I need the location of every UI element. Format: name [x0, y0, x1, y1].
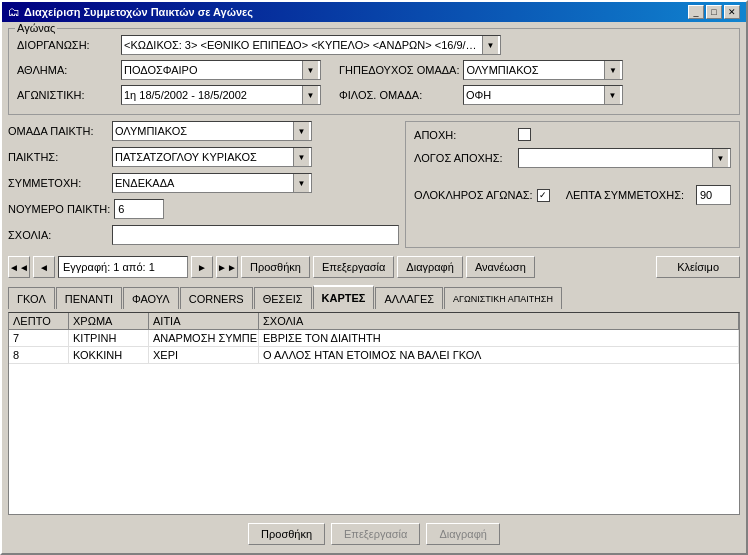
col-lepto: ΛΕΠΤΟ [9, 313, 69, 329]
omada-combo[interactable]: ΟΛΥΜΠΙΑΚΟΣ ▼ [112, 121, 312, 141]
diorgan-value: <ΚΩΔΙΚΟΣ: 3> <ΕΘΝΙΚΟ ΕΠΙΠΕΔΟ> <ΚΥΠΕΛΟ> <… [124, 39, 482, 51]
symmetoxi-combo[interactable]: ΕΝΔΕΚΑΔΑ ▼ [112, 173, 312, 193]
tab-agonistiki[interactable]: ΑΓΩΝΙΣΤΙΚΗ ΑΠΑΙΤΗΣΗ [444, 287, 562, 309]
symmetoxi-label: ΣΥΜΜΕΤΟΧΗ: [8, 177, 108, 189]
sxolia-row: ΣΧΟΛΙΑ: [8, 225, 399, 245]
filos-arrow[interactable]: ▼ [604, 86, 620, 104]
add-bottom-button[interactable]: Προσθήκη [248, 523, 325, 545]
olokliros-label: ΟΛΟΚΛΗΡΟΣ ΑΓΩΝΑΣ: [414, 189, 533, 201]
filos-value: ΟΦΗ [466, 89, 604, 101]
title-bar-buttons: _ □ ✕ [688, 5, 740, 19]
delete-bottom-button[interactable]: Διαγραφή [426, 523, 500, 545]
table-body: 7 ΚΙΤΡΙΝΗ ΑΝΑΡΜΟΣΗ ΣΥΜΠΕ... ΕΒΡΙΣΕ ΤΟΝ Δ… [9, 330, 739, 514]
first-button[interactable]: ◄◄ [8, 256, 30, 278]
row2-sxolia: Ο ΑΛΛΟΣ ΗΤΑΝ ΕΤΟΙΜΟΣ ΝΑ ΒΑΛΕΙ ΓΚΟΛ [259, 347, 739, 363]
olokliros-row: ΟΛΟΚΛΗΡΟΣ ΑΓΩΝΑΣ: ✓ ΛΕΠΤΑ ΣΥΜΜΕΤΟΧΗΣ: 90 [414, 185, 731, 205]
tab-faoul[interactable]: ΦΑΟΥΛ [123, 287, 179, 309]
paiktes-arrow[interactable]: ▼ [293, 148, 309, 166]
window-content: Αγώνας ΔΙΟΡΓΑΝΩΣΗ: <ΚΩΔΙΚΟΣ: 3> <ΕΘΝΙΚΟ … [2, 22, 746, 553]
symmetoxi-arrow[interactable]: ▼ [293, 174, 309, 192]
tab-theseis[interactable]: ΘΕΣΕΙΣ [254, 287, 312, 309]
apoxi-label: ΑΠΟΧΗ: [414, 129, 514, 141]
sxolia-input[interactable] [112, 225, 399, 245]
apoxi-row: ΑΠΟΧΗ: [414, 128, 731, 141]
logos-row: ΛΟΓΟΣ ΑΠΟΧΗΣ: ▼ [414, 148, 731, 168]
lepta-label: ΛΕΠΤΑ ΣΥΜΜΕΤΟΧΗΣ: [566, 189, 684, 201]
agonistiki-label: ΑΓΩΝΙΣΤΙΚΗ: [17, 89, 117, 101]
row2-aitia: ΧΕΡΙ [149, 347, 259, 363]
close-button[interactable]: ✕ [724, 5, 740, 19]
omada-arrow[interactable]: ▼ [293, 122, 309, 140]
paiktes-combo[interactable]: ΠΑΤΣΑΤΖΟΓΛΟΥ ΚΥΡΙΑΚΟΣ ▼ [112, 147, 312, 167]
row2-lepto: 8 [9, 347, 69, 363]
tab-gkol[interactable]: ΓΚΟΛ [8, 287, 55, 309]
diorgan-arrow[interactable]: ▼ [482, 36, 498, 54]
agones-section: Αγώνας ΔΙΟΡΓΑΝΩΣΗ: <ΚΩΔΙΚΟΣ: 3> <ΕΘΝΙΚΟ … [8, 28, 740, 115]
window-title: Διαχείριση Συμμετοχών Παικτών σε Αγώνες [24, 6, 253, 18]
lepta-value: 90 [700, 189, 712, 201]
add-record-button[interactable]: Προσθήκη [241, 256, 310, 278]
tab-allagas[interactable]: ΑΛΛΑΓΕΣ [375, 287, 443, 309]
player-section: ΟΜΑΔΑ ΠΑΙΚΤΗ: ΟΛΥΜΠΙΑΚΟΣ ▼ ΠΑΙΚΤΗΣ: ΠΑΤΣ… [8, 121, 399, 248]
logos-combo[interactable]: ▼ [518, 148, 731, 168]
athlima-value: ΠΟΔΟΣΦΑΙΡΟ [124, 64, 302, 76]
noumero-value: 6 [118, 203, 124, 215]
tab-penanti[interactable]: ΠΕΝΑΝΤΙ [56, 287, 122, 309]
athlima-arrow[interactable]: ▼ [302, 61, 318, 79]
logos-arrow[interactable]: ▼ [712, 149, 728, 167]
col-aitia: ΑΙΤΙΑ [149, 313, 259, 329]
prev-button[interactable]: ◄ [33, 256, 55, 278]
next-button[interactable]: ► [191, 256, 213, 278]
last-button[interactable]: ►► [216, 256, 238, 278]
table-row[interactable]: 8 ΚΟΚΚΙΝΗ ΧΕΡΙ Ο ΑΛΛΟΣ ΗΤΑΝ ΕΤΟΙΜΟΣ ΝΑ Β… [9, 347, 739, 364]
row2-xroma: ΚΟΚΚΙΝΗ [69, 347, 149, 363]
close-button[interactable]: Κλείσιμο [656, 256, 740, 278]
athlima-gipedouhos-row: ΑΘΛΗΜΑ: ΠΟΔΟΣΦΑΙΡΟ ▼ ΓΗΠΕΔΟΥΧΟΣ ΟΜΑΔΑ: Ο… [17, 60, 731, 80]
row1-sxolia: ΕΒΡΙΣΕ ΤΟΝ ΔΙΑΙΤΗΤΗ [259, 330, 739, 346]
logos-label: ΛΟΓΟΣ ΑΠΟΧΗΣ: [414, 152, 514, 164]
omada-value: ΟΛΥΜΠΙΑΚΟΣ [115, 125, 293, 137]
omada-row: ΟΜΑΔΑ ΠΑΙΚΤΗ: ΟΛΥΜΠΙΑΚΟΣ ▼ [8, 121, 399, 141]
diorgan-label: ΔΙΟΡΓΑΝΩΣΗ: [17, 39, 117, 51]
gipedouhos-combo[interactable]: ΟΛΥΜΠΙΑΚΟΣ ▼ [463, 60, 623, 80]
filos-label: ΦΙΛΟΣ. ΟΜΑΔΑ: [339, 89, 459, 101]
filos-combo[interactable]: ΟΦΗ ▼ [463, 85, 623, 105]
minimize-button[interactable]: _ [688, 5, 704, 19]
paiktes-row: ΠΑΙΚΤΗΣ: ΠΑΤΣΑΤΖΟΓΛΟΥ ΚΥΡΙΑΚΟΣ ▼ [8, 147, 399, 167]
noumero-row: ΝΟΥΜΕΡΟ ΠΑΙΚΤΗ: 6 [8, 199, 399, 219]
tab-kartes[interactable]: ΚΑΡΤΕΣ [313, 285, 375, 309]
edit-bottom-button[interactable]: Επεξεργασία [331, 523, 420, 545]
paiktes-value: ΠΑΤΣΑΤΖΟΓΛΟΥ ΚΥΡΙΑΚΟΣ [115, 151, 293, 163]
diorgan-row: ΔΙΟΡΓΑΝΩΣΗ: <ΚΩΔΙΚΟΣ: 3> <ΕΘΝΙΚΟ ΕΠΙΠΕΔΟ… [17, 35, 731, 55]
row1-aitia: ΑΝΑΡΜΟΣΗ ΣΥΜΠΕ... [149, 330, 259, 346]
symmetoxi-row: ΣΥΜΜΕΤΟΧΗ: ΕΝΔΕΚΑΔΑ ▼ [8, 173, 399, 193]
edit-record-button[interactable]: Επεξεργασία [313, 256, 394, 278]
nav-bar: ◄◄ ◄ Εγγραφή: 1 από: 1 ► ►► Προσθήκη Επε… [8, 254, 740, 280]
agonistiki-value: 1η 18/5/2002 - 18/5/2002 [124, 89, 302, 101]
bottom-actions: Προσθήκη Επεξεργασία Διαγραφή [8, 519, 740, 547]
main-window: 🗂 Διαχείριση Συμμετοχών Παικτών σε Αγώνε… [0, 0, 748, 555]
maximize-button[interactable]: □ [706, 5, 722, 19]
diorgan-combo[interactable]: <ΚΩΔΙΚΟΣ: 3> <ΕΘΝΙΚΟ ΕΠΙΠΕΔΟ> <ΚΥΠΕΛΟ> <… [121, 35, 501, 55]
refresh-button[interactable]: Ανανέωση [466, 256, 535, 278]
table-area: ΛΕΠΤΟ ΧΡΩΜΑ ΑΙΤΙΑ ΣΧΟΛΙΑ 7 ΚΙΤΡΙΝΗ ΑΝΑΡΜ… [8, 312, 740, 515]
agonistiki-arrow[interactable]: ▼ [302, 86, 318, 104]
athlima-combo[interactable]: ΠΟΔΟΣΦΑΙΡΟ ▼ [121, 60, 321, 80]
agonistiki-filos-row: ΑΓΩΝΙΣΤΙΚΗ: 1η 18/5/2002 - 18/5/2002 ▼ Φ… [17, 85, 731, 105]
middle-section: ΟΜΑΔΑ ΠΑΙΚΤΗ: ΟΛΥΜΠΙΑΚΟΣ ▼ ΠΑΙΚΤΗΣ: ΠΑΤΣ… [8, 121, 740, 248]
apoxi-checkbox[interactable] [518, 128, 531, 141]
noumero-input[interactable]: 6 [114, 199, 164, 219]
row1-xroma: ΚΙΤΡΙΝΗ [69, 330, 149, 346]
olokliros-checkbox[interactable]: ✓ [537, 189, 550, 202]
gipedouhos-value: ΟΛΥΜΠΙΑΚΟΣ [466, 64, 604, 76]
noumero-label: ΝΟΥΜΕΡΟ ΠΑΙΚΤΗ: [8, 203, 110, 215]
table-row[interactable]: 7 ΚΙΤΡΙΝΗ ΑΝΑΡΜΟΣΗ ΣΥΜΠΕ... ΕΒΡΙΣΕ ΤΟΝ Δ… [9, 330, 739, 347]
lepta-input[interactable]: 90 [696, 185, 731, 205]
tab-corners[interactable]: CORNERS [180, 287, 253, 309]
sxolia-label: ΣΧΟΛΙΑ: [8, 229, 108, 241]
gipedouhos-arrow[interactable]: ▼ [604, 61, 620, 79]
nav-info: Εγγραφή: 1 από: 1 [58, 256, 188, 278]
delete-record-button[interactable]: Διαγραφή [397, 256, 463, 278]
gipedouhos-label: ΓΗΠΕΔΟΥΧΟΣ ΟΜΑΔΑ: [339, 64, 459, 76]
agonistiki-combo[interactable]: 1η 18/5/2002 - 18/5/2002 ▼ [121, 85, 321, 105]
